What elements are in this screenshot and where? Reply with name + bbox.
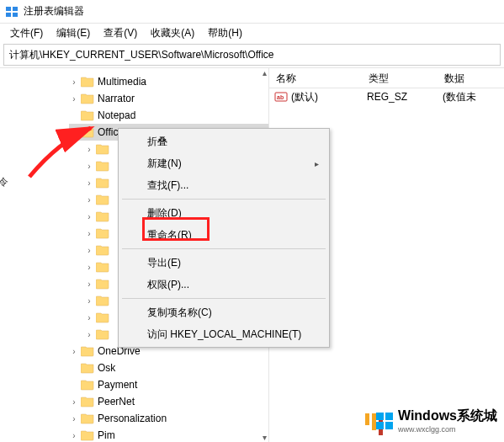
tree-item[interactable]: ›Personalization (69, 410, 268, 427)
expand-icon[interactable]: ⌄ (69, 127, 79, 137)
folder-icon (96, 312, 109, 323)
expand-icon[interactable]: › (84, 161, 94, 171)
ctx-permissions[interactable]: 权限(P)... (120, 274, 327, 296)
string-value-icon: ab (274, 90, 288, 104)
menu-edit[interactable]: 编辑(E) (50, 24, 97, 42)
tree-item-label: Narrator (98, 93, 135, 104)
expand-icon[interactable]: › (84, 262, 94, 272)
folder-icon (81, 345, 94, 357)
svg-rect-8 (376, 422, 384, 429)
tree-item[interactable]: Osk (69, 359, 268, 376)
address-text: 计算机\HKEY_CURRENT_USER\Software\Microsoft… (9, 48, 274, 62)
expand-icon[interactable]: › (84, 296, 94, 306)
watermark: Windows系统城 www.wxclgg.com (376, 407, 497, 434)
ctx-delete[interactable]: 删除(D) (120, 202, 327, 224)
expand-icon[interactable]: › (69, 346, 79, 356)
address-bar[interactable]: 计算机\HKEY_CURRENT_USER\Software\Microsoft… (3, 44, 501, 66)
tree-item-label: Payment (98, 379, 137, 391)
app-icon (5, 5, 19, 19)
value-name: (默认) (291, 90, 367, 104)
svg-rect-7 (385, 413, 393, 420)
folder-icon (81, 93, 94, 104)
value-row[interactable]: ab (默认) REG_SZ (数值未 (269, 88, 504, 105)
ctx-export[interactable]: 导出(E) (120, 252, 327, 274)
tree-item-label: Personalization (98, 413, 167, 424)
folder-icon (81, 379, 94, 391)
folder-icon (96, 210, 109, 222)
col-name[interactable]: 名称 (269, 68, 362, 88)
expand-icon (69, 363, 79, 373)
ctx-goto[interactable]: 访问 HKEY_LOCAL_MACHINE(T) (120, 323, 327, 345)
ctx-rename[interactable]: 重命名(R) (120, 224, 327, 246)
col-type[interactable]: 类型 (362, 68, 438, 88)
menu-file[interactable]: 文件(F) (3, 24, 50, 42)
ctx-copykey[interactable]: 复制项名称(C) (120, 301, 327, 323)
expand-icon[interactable]: › (69, 430, 79, 440)
expand-icon[interactable]: › (84, 329, 94, 339)
svg-rect-3 (13, 13, 18, 17)
tree-item[interactable]: ›PeerNet (69, 393, 268, 410)
folder-icon (96, 143, 109, 155)
ctx-collapse[interactable]: 折叠 (120, 130, 327, 152)
folder-icon (96, 194, 109, 205)
separator (122, 298, 326, 299)
folder-icon (81, 362, 94, 374)
expand-icon[interactable]: › (84, 211, 94, 221)
folder-icon (96, 244, 109, 256)
value-type: REG_SZ (367, 91, 443, 103)
tree-item-label: Notepad (98, 109, 135, 121)
window-title: 注册表编辑器 (24, 4, 84, 19)
expand-icon[interactable]: › (84, 312, 94, 322)
scroll-down-icon[interactable]: ▾ (263, 433, 267, 442)
folder-icon (96, 177, 109, 189)
separator (122, 248, 326, 249)
folder-icon (96, 227, 109, 239)
svg-rect-6 (376, 413, 384, 420)
expand-icon[interactable]: › (84, 245, 94, 255)
folder-icon (81, 109, 94, 121)
expand-icon[interactable]: › (69, 397, 79, 407)
expand-icon[interactable]: › (69, 413, 79, 423)
expand-icon[interactable]: › (69, 77, 79, 87)
list-header: 名称 类型 数据 (269, 68, 504, 88)
ctx-find[interactable]: 查找(F)... (120, 174, 327, 196)
tree-item[interactable]: ›Multimedia (69, 73, 268, 90)
folder-icon (81, 413, 94, 424)
folder-icon (81, 126, 94, 138)
svg-rect-1 (13, 7, 18, 11)
tree-item-label: Osk (98, 362, 115, 374)
svg-rect-0 (6, 7, 11, 11)
svg-rect-2 (6, 13, 11, 17)
svg-text:ab: ab (277, 94, 284, 100)
tree-item[interactable]: ›Pim (69, 427, 268, 442)
expand-icon (69, 380, 79, 390)
ctx-new[interactable]: 新建(N)▸ (120, 152, 327, 174)
watermark-url: www.wxclgg.com (398, 425, 497, 434)
menu-bar: 文件(F) 编辑(E) 查看(V) 收藏夹(A) 帮助(H) (0, 24, 504, 42)
folder-icon (96, 261, 109, 273)
expand-icon[interactable]: › (84, 194, 94, 205)
expand-icon[interactable]: › (84, 178, 94, 188)
tree-item[interactable]: Notepad (69, 107, 268, 124)
watermark-text: Windows系统城 (398, 407, 497, 425)
folder-icon (81, 396, 94, 407)
folder-icon (81, 429, 94, 441)
context-menu: 折叠 新建(N)▸ 查找(F)... 删除(D) 重命名(R) 导出(E) 权限… (118, 128, 330, 348)
expand-icon[interactable]: › (69, 93, 79, 104)
menu-favorites[interactable]: 收藏夹(A) (144, 24, 201, 42)
folder-icon (96, 160, 109, 172)
cutoff-label: 令 (0, 175, 8, 189)
col-data[interactable]: 数据 (438, 68, 472, 88)
menu-help[interactable]: 帮助(H) (201, 24, 249, 42)
folder-icon (96, 328, 109, 340)
expand-icon[interactable]: › (84, 144, 94, 154)
separator (122, 199, 326, 200)
windows-logo-icon (376, 413, 393, 429)
tree-item[interactable]: ›Narrator (69, 90, 268, 107)
tree-item[interactable]: Payment (69, 376, 268, 393)
expand-icon (69, 110, 79, 120)
menu-view[interactable]: 查看(V) (97, 24, 144, 42)
expand-icon[interactable]: › (84, 228, 94, 238)
expand-icon[interactable]: › (84, 279, 94, 289)
tree-item-label: Multimedia (98, 76, 146, 88)
